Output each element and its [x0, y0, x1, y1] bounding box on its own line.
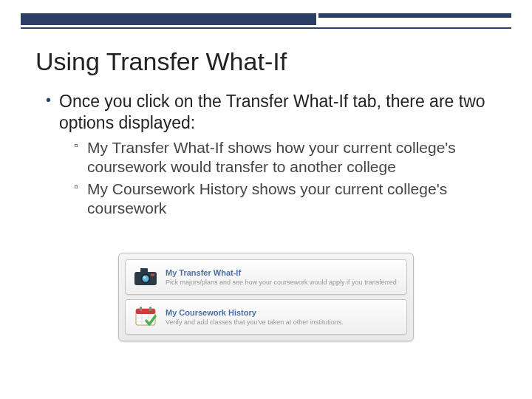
- sub-bullet-text: My Transfer What-If shows how your curre…: [87, 139, 456, 175]
- sub-bullet-item: My Coursework History shows your current…: [74, 180, 502, 219]
- card-desc: Pick majors/plans and see how your cours…: [166, 279, 399, 286]
- header-underline: [21, 27, 511, 29]
- bullet-text: Once you click on the Transfer What-If t…: [59, 92, 485, 132]
- card-coursework-history[interactable]: My Coursework History Verify and add cla…: [125, 299, 407, 335]
- svg-rect-9: [149, 307, 151, 311]
- calendar-check-icon: [133, 306, 158, 328]
- sub-bullet-item: My Transfer What-If shows how your curre…: [74, 138, 502, 177]
- embedded-screenshot: My Transfer What-If Pick majors/plans an…: [118, 253, 414, 341]
- slide-body: Using Transfer What-If Once you click on…: [35, 47, 502, 225]
- card-text: My Transfer What-If Pick majors/plans an…: [166, 268, 399, 286]
- sub-bullet-text: My Coursework History shows your current…: [87, 180, 447, 216]
- svg-rect-1: [140, 268, 148, 273]
- header-bar-thin: [318, 13, 511, 18]
- bullet-list: Once you click on the Transfer What-If t…: [35, 91, 502, 219]
- card-desc: Verify and add classes that you've taken…: [166, 318, 399, 326]
- header-bar-thick: [21, 13, 316, 25]
- svg-rect-8: [140, 307, 142, 311]
- bullet-item: Once you click on the Transfer What-If t…: [46, 91, 502, 219]
- options-panel: My Transfer What-If Pick majors/plans an…: [118, 253, 414, 341]
- card-text: My Coursework History Verify and add cla…: [166, 308, 399, 326]
- camera-icon: [133, 266, 158, 288]
- slide-header-bar: [21, 13, 511, 30]
- svg-point-3: [143, 276, 149, 282]
- card-title: My Coursework History: [166, 308, 399, 317]
- slide-title: Using Transfer What-If: [35, 47, 502, 76]
- card-transfer-what-if[interactable]: My Transfer What-If Pick majors/plans an…: [125, 259, 407, 295]
- card-title: My Transfer What-If: [166, 268, 399, 277]
- svg-point-4: [143, 276, 146, 279]
- svg-rect-7: [136, 309, 155, 314]
- sub-bullet-list: My Transfer What-If shows how your curre…: [59, 138, 502, 219]
- svg-rect-5: [151, 274, 154, 276]
